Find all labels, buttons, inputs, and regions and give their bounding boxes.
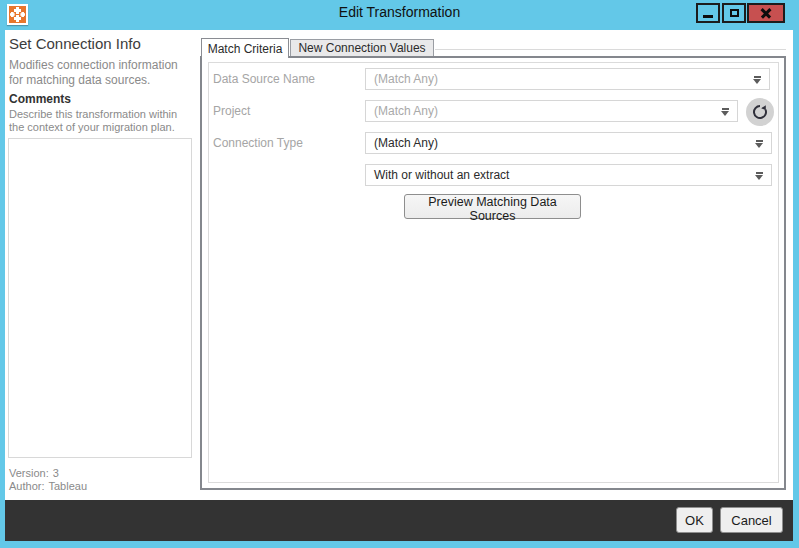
connection-type-dropdown[interactable]: (Match Any) bbox=[365, 132, 772, 154]
data-source-name-label: Data Source Name bbox=[213, 72, 315, 86]
chevron-down-icon bbox=[753, 76, 762, 84]
author-label: Author: bbox=[9, 480, 44, 492]
minimize-icon bbox=[703, 15, 713, 18]
tabstrip-divider bbox=[435, 49, 786, 50]
footer-bar: OK Cancel bbox=[5, 500, 793, 541]
version-row: Version:3 bbox=[9, 467, 59, 479]
preview-matching-data-sources-button[interactable]: Preview Matching Data Sources bbox=[404, 194, 581, 219]
comments-description: Describe this transformation within the … bbox=[9, 108, 195, 134]
page-title: Set Connection Info bbox=[9, 35, 141, 52]
project-dropdown[interactable]: (Match Any) bbox=[365, 100, 738, 122]
data-source-name-value: (Match Any) bbox=[374, 72, 438, 86]
chevron-down-icon bbox=[721, 108, 730, 116]
author-row: Author:Tableau bbox=[9, 480, 87, 492]
chevron-down-icon bbox=[755, 140, 764, 148]
transformation-description: Modifies connection information for matc… bbox=[9, 58, 194, 88]
project-value: (Match Any) bbox=[374, 104, 438, 118]
ok-button[interactable]: OK bbox=[676, 507, 713, 533]
version-value: 3 bbox=[53, 467, 59, 479]
cancel-button[interactable]: Cancel bbox=[720, 507, 783, 533]
connection-type-value: (Match Any) bbox=[374, 136, 438, 150]
version-label: Version: bbox=[9, 467, 49, 479]
data-source-name-dropdown[interactable]: (Match Any) bbox=[365, 68, 770, 90]
connection-type-label: Connection Type bbox=[213, 136, 303, 150]
maximize-icon bbox=[730, 9, 739, 17]
dialog-body: Set Connection Info Modifies connection … bbox=[5, 30, 793, 500]
tab-match-criteria[interactable]: Match Criteria bbox=[201, 38, 289, 58]
close-button[interactable] bbox=[747, 3, 785, 23]
comments-label: Comments bbox=[9, 92, 71, 106]
comments-input[interactable] bbox=[8, 138, 192, 458]
author-value: Tableau bbox=[48, 480, 87, 492]
tab-new-connection-values[interactable]: New Connection Values bbox=[290, 39, 434, 57]
edit-transformation-dialog: Edit Transformation Set Connection Info … bbox=[0, 0, 799, 548]
chevron-down-icon bbox=[755, 172, 764, 180]
minimize-button[interactable] bbox=[696, 3, 720, 23]
refresh-icon bbox=[752, 104, 768, 120]
match-criteria-panel bbox=[208, 62, 779, 483]
close-icon bbox=[760, 7, 772, 19]
titlebar[interactable]: Edit Transformation bbox=[0, 0, 799, 30]
maximize-button[interactable] bbox=[722, 3, 746, 23]
project-label: Project bbox=[213, 104, 250, 118]
window-title: Edit Transformation bbox=[0, 4, 799, 20]
extract-value: With or without an extract bbox=[374, 168, 509, 182]
refresh-projects-button[interactable] bbox=[746, 98, 774, 126]
extract-dropdown[interactable]: With or without an extract bbox=[365, 164, 772, 186]
